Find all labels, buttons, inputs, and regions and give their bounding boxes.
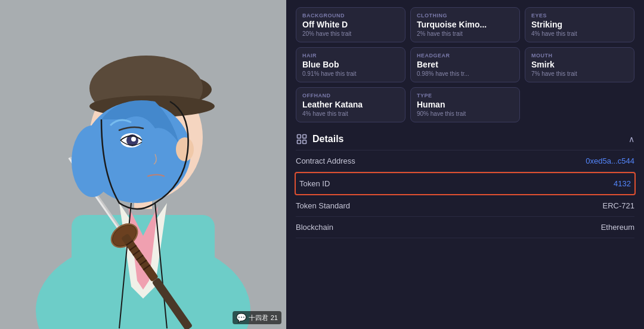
trait-category: MOUTH [531, 53, 628, 59]
trait-category: TYPE [417, 93, 513, 99]
trait-card: BACKGROUNDOff White D20% have this trait [296, 7, 405, 42]
trait-category: OFFHAND [302, 93, 399, 99]
svg-rect-33 [303, 140, 306, 144]
detail-value: Ethereum [601, 223, 634, 232]
detail-value: 4132 [614, 179, 631, 188]
trait-rarity: 4% have this trait [531, 30, 628, 37]
chevron-up-icon: ∧ [628, 134, 634, 144]
trait-value: Turquoise Kimo... [417, 20, 513, 29]
svg-rect-31 [303, 135, 306, 139]
detail-label: Token Standard [296, 201, 350, 210]
trait-value: Beret [417, 60, 513, 69]
trait-category: CLOTHING [417, 13, 513, 19]
trait-category: HEADGEAR [417, 53, 513, 59]
detail-label: Token ID [299, 179, 330, 188]
trait-rarity: 0.91% have this trait [302, 70, 399, 77]
details-grid-icon [296, 133, 308, 145]
svg-point-29 [176, 137, 194, 161]
svg-rect-30 [298, 135, 301, 139]
svg-point-25 [72, 125, 113, 197]
trait-rarity: 2% have this trait [417, 30, 513, 37]
detail-label: Contract Address [296, 156, 355, 165]
trait-card: CLOTHINGTurquoise Kimo...2% have this tr… [410, 7, 520, 42]
detail-row: Token ID4132 [295, 172, 636, 195]
detail-label: Blockchain [296, 223, 333, 232]
trait-value: Blue Bob [302, 60, 399, 69]
wechat-watermark: 💬 十四君 21 [233, 311, 281, 324]
right-panel: BACKGROUNDOff White D20% have this trait… [286, 0, 644, 329]
trait-card: EYESStriking4% have this trait [525, 7, 634, 42]
trait-rarity: 0.98% have this tr... [417, 70, 513, 77]
trait-rarity: 7% have this trait [531, 70, 628, 77]
trait-value: Striking [531, 20, 628, 29]
trait-card: TYPEHuman90% have this trait [410, 87, 520, 122]
details-header-left: Details [296, 133, 343, 145]
detail-value: ERC-721 [603, 201, 634, 210]
trait-category: BACKGROUND [302, 13, 399, 19]
details-title: Details [312, 134, 343, 144]
details-section: Details ∧ Contract Address0xed5a...c544T… [296, 128, 634, 238]
trait-value: Leather Katana [302, 100, 399, 109]
trait-rarity: 4% have this trait [302, 110, 399, 117]
trait-card: MOUTHSmirk7% have this trait [525, 47, 634, 82]
trait-card: HEADGEARBeret0.98% have this tr... [410, 47, 520, 82]
svg-rect-32 [298, 140, 301, 144]
wechat-username: 十四君 [249, 313, 268, 322]
trait-card: OFFHANDLeather Katana4% have this trait [296, 87, 405, 122]
trait-card: HAIRBlue Bob0.91% have this trait [296, 47, 405, 82]
details-rows: Contract Address0xed5a...c544Token ID413… [296, 150, 634, 238]
svg-point-28 [131, 137, 136, 142]
nft-image-panel: 💬 十四君 21 [0, 0, 286, 329]
trait-category: HAIR [302, 53, 399, 59]
trait-value: Off White D [302, 20, 399, 29]
detail-row: Token StandardERC-721 [296, 195, 634, 217]
wechat-icon: 💬 [236, 313, 246, 322]
trait-rarity: 20% have this trait [302, 30, 399, 37]
traits-grid: BACKGROUNDOff White D20% have this trait… [296, 7, 634, 122]
trait-value: Human [417, 100, 513, 109]
trait-category: EYES [531, 13, 628, 19]
trait-rarity: 90% have this trait [417, 110, 513, 117]
trait-value: Smirk [531, 60, 628, 69]
wechat-number: 21 [271, 314, 278, 321]
details-header[interactable]: Details ∧ [296, 128, 634, 150]
detail-row: BlockchainEthereum [296, 217, 634, 238]
detail-row: Contract Address0xed5a...c544 [296, 150, 634, 172]
detail-value: 0xed5a...c544 [586, 156, 634, 165]
